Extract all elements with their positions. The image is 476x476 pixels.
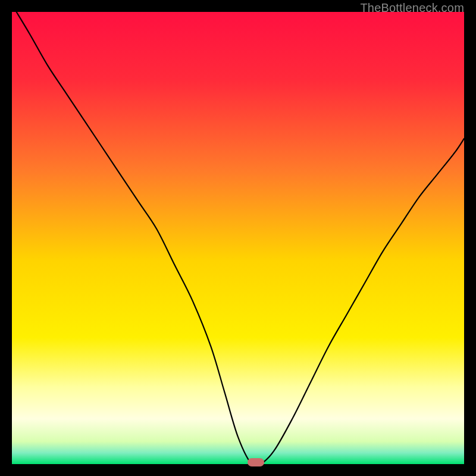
chart-frame: TheBottleneck.com	[12, 12, 464, 464]
bottleneck-curve	[12, 12, 464, 464]
optimal-marker	[248, 458, 264, 466]
